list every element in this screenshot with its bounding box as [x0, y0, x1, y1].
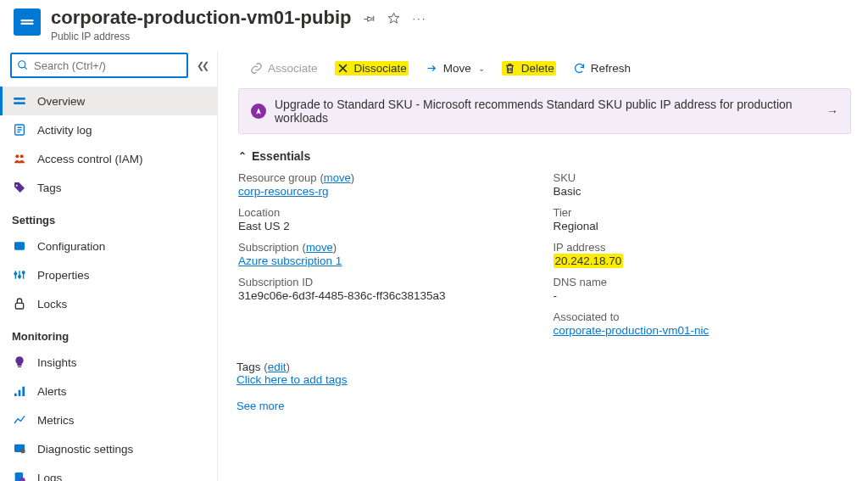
- more-icon[interactable]: ···: [412, 12, 426, 25]
- sidebar-item-properties[interactable]: Properties: [0, 260, 217, 289]
- locks-icon: [12, 296, 27, 311]
- sidebar: ❮❮ Overview Activity log Access control …: [0, 51, 218, 481]
- tier-value: Regional: [554, 220, 869, 232]
- sidebar-item-locks[interactable]: Locks: [0, 289, 217, 318]
- logs-icon: [12, 470, 27, 481]
- sidebar-item-label: Alerts: [37, 385, 67, 398]
- delete-icon: [504, 62, 516, 75]
- associate-button: Associate: [242, 55, 326, 81]
- tags-label: Tags: [236, 361, 261, 373]
- associated-to-label: Associated to: [554, 310, 869, 323]
- chevron-up-icon: ⌃: [238, 150, 247, 162]
- subscription-value[interactable]: Azure subscription 1: [238, 254, 342, 267]
- svg-point-19: [22, 271, 25, 274]
- sidebar-item-label: Metrics: [37, 414, 75, 427]
- properties-icon: [12, 267, 27, 282]
- sidebar-item-label: Properties: [37, 269, 90, 282]
- search-input[interactable]: [34, 59, 181, 72]
- configuration-icon: [12, 238, 27, 254]
- refresh-label: Refresh: [591, 62, 631, 75]
- sku-value: Basic: [554, 185, 869, 198]
- access-control-icon: [12, 151, 27, 166]
- sidebar-item-label: Logs: [37, 472, 62, 482]
- svg-rect-6: [14, 102, 25, 104]
- see-more-link[interactable]: See more: [236, 400, 284, 412]
- chevron-down-icon: ⌄: [478, 64, 485, 73]
- associate-icon: [250, 62, 263, 75]
- sidebar-item-insights[interactable]: Insights: [0, 348, 217, 377]
- sidebar-item-alerts[interactable]: Alerts: [0, 377, 217, 405]
- dissociate-label: Dissociate: [354, 62, 407, 75]
- location-label: Location: [238, 206, 554, 219]
- svg-point-11: [15, 154, 19, 158]
- subscription-id-label: Subscription ID: [238, 276, 554, 288]
- sidebar-item-label: Overview: [37, 95, 85, 108]
- svg-rect-13: [14, 242, 25, 249]
- sidebar-item-label: Access control (IAM): [37, 153, 143, 165]
- sidebar-item-label: Diagnostic settings: [37, 443, 133, 456]
- ip-address-label: IP address: [554, 241, 869, 254]
- metrics-icon: [12, 412, 27, 428]
- dns-name-label: DNS name: [554, 276, 869, 288]
- resource-group-value[interactable]: corp-resources-rg: [238, 185, 329, 198]
- main-content: Associate Dissociate Move ⌄ Dele: [218, 51, 868, 481]
- resource-icon: [14, 8, 41, 36]
- sidebar-item-metrics[interactable]: Metrics: [0, 405, 217, 434]
- location-value: East US 2: [238, 220, 554, 232]
- sidebar-item-diagnostic-settings[interactable]: Diagnostic settings: [0, 434, 217, 463]
- associate-label: Associate: [268, 62, 318, 75]
- svg-point-12: [20, 154, 24, 158]
- add-tags-link[interactable]: Click here to add tags: [236, 373, 348, 386]
- dissociate-button[interactable]: Dissociate: [326, 55, 417, 81]
- refresh-button[interactable]: Refresh: [565, 55, 639, 81]
- sidebar-item-label: Activity log: [37, 124, 92, 137]
- activity-log-icon: [12, 122, 27, 137]
- sidebar-item-logs[interactable]: Logs: [0, 463, 217, 481]
- sidebar-item-overview[interactable]: Overview: [0, 87, 217, 115]
- move-label: Move: [443, 62, 471, 75]
- sku-upgrade-banner[interactable]: Upgrade to Standard SKU - Microsoft reco…: [238, 88, 851, 134]
- alerts-icon: [12, 383, 27, 399]
- svg-marker-2: [389, 13, 400, 23]
- subscription-label: Subscription: [238, 241, 299, 254]
- svg-rect-1: [21, 23, 34, 25]
- associated-to-value[interactable]: corporate-production-vm01-nic: [554, 324, 709, 337]
- page-subtitle: Public IP address: [51, 31, 351, 42]
- overview-icon: [12, 93, 27, 109]
- search-box[interactable]: [10, 53, 188, 78]
- sidebar-item-activity-log[interactable]: Activity log: [0, 115, 217, 144]
- resource-group-move-link[interactable]: move: [324, 171, 351, 184]
- arrow-right-icon: →: [826, 104, 838, 118]
- svg-point-18: [19, 276, 21, 278]
- subscription-move-link[interactable]: move: [306, 241, 333, 254]
- page-title: corporate-production-vm01-pubip: [51, 7, 351, 29]
- svg-rect-24: [22, 387, 25, 396]
- sidebar-item-configuration[interactable]: Configuration: [0, 232, 217, 260]
- collapse-sidebar-icon[interactable]: ❮❮: [197, 60, 207, 71]
- essentials-heading: Essentials: [252, 149, 310, 163]
- toolbar: Associate Dissociate Move ⌄ Dele: [236, 51, 868, 85]
- sidebar-item-label: Configuration: [37, 240, 105, 253]
- svg-point-26: [20, 449, 25, 453]
- upgrade-badge-icon: [251, 103, 266, 119]
- sidebar-item-access-control[interactable]: Access control (IAM): [0, 144, 217, 173]
- sku-label: SKU: [554, 171, 869, 184]
- svg-rect-22: [14, 394, 17, 396]
- svg-rect-21: [18, 366, 21, 367]
- move-button[interactable]: Move ⌄: [417, 55, 493, 81]
- sidebar-section-settings: Settings: [0, 202, 217, 232]
- svg-point-3: [19, 61, 25, 68]
- sidebar-item-label: Tags: [37, 182, 62, 194]
- essentials-toggle[interactable]: ⌃ Essentials: [236, 148, 868, 171]
- svg-point-17: [14, 272, 17, 275]
- pin-icon[interactable]: [363, 12, 376, 25]
- delete-button[interactable]: Delete: [493, 55, 565, 81]
- tags-edit-link[interactable]: edit: [268, 361, 287, 373]
- sidebar-item-label: Insights: [37, 356, 77, 369]
- dns-name-value: -: [554, 289, 869, 302]
- favorite-icon[interactable]: [387, 12, 400, 25]
- insights-icon: [12, 355, 27, 370]
- svg-rect-23: [19, 390, 21, 396]
- sidebar-item-tags[interactable]: Tags: [0, 173, 217, 202]
- resource-group-label: Resource group: [238, 171, 317, 184]
